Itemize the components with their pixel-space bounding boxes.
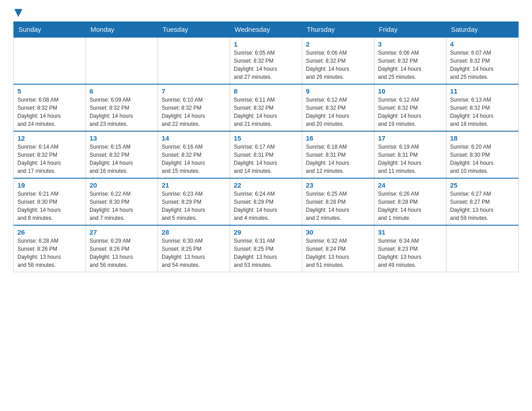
day-info: Sunrise: 6:19 AM Sunset: 8:31 PM Dayligh… xyxy=(378,143,442,175)
day-number: 10 xyxy=(378,87,442,95)
day-info: Sunrise: 6:29 AM Sunset: 8:26 PM Dayligh… xyxy=(90,237,154,269)
day-info: Sunrise: 6:30 AM Sunset: 8:25 PM Dayligh… xyxy=(162,237,226,269)
calendar-header-monday: Monday xyxy=(86,22,158,38)
calendar-cell: 1Sunrise: 6:05 AM Sunset: 8:32 PM Daylig… xyxy=(230,37,302,84)
day-info: Sunrise: 6:32 AM Sunset: 8:24 PM Dayligh… xyxy=(306,237,370,269)
day-info: Sunrise: 6:16 AM Sunset: 8:32 PM Dayligh… xyxy=(162,143,226,175)
day-number: 25 xyxy=(450,181,515,189)
day-number: 21 xyxy=(162,181,226,189)
calendar-cell: 13Sunrise: 6:15 AM Sunset: 8:32 PM Dayli… xyxy=(86,131,158,178)
day-number: 11 xyxy=(450,87,515,95)
calendar-cell: 28Sunrise: 6:30 AM Sunset: 8:25 PM Dayli… xyxy=(158,225,230,272)
day-number: 31 xyxy=(378,228,442,236)
day-info: Sunrise: 6:15 AM Sunset: 8:32 PM Dayligh… xyxy=(90,143,154,175)
calendar-header-friday: Friday xyxy=(374,22,446,38)
day-number: 1 xyxy=(234,40,298,48)
calendar-week-1: 1Sunrise: 6:05 AM Sunset: 8:32 PM Daylig… xyxy=(14,37,519,84)
day-info: Sunrise: 6:34 AM Sunset: 8:23 PM Dayligh… xyxy=(378,237,442,269)
day-number: 3 xyxy=(378,40,442,48)
day-number: 12 xyxy=(17,134,82,142)
calendar-cell xyxy=(158,37,230,84)
calendar-cell xyxy=(446,225,519,272)
calendar-header-saturday: Saturday xyxy=(446,22,519,38)
day-number: 14 xyxy=(162,134,226,142)
calendar-cell: 17Sunrise: 6:19 AM Sunset: 8:31 PM Dayli… xyxy=(374,131,446,178)
day-number: 13 xyxy=(90,134,154,142)
calendar-week-4: 19Sunrise: 6:21 AM Sunset: 8:30 PM Dayli… xyxy=(14,178,519,225)
day-info: Sunrise: 6:20 AM Sunset: 8:30 PM Dayligh… xyxy=(450,143,515,175)
day-number: 23 xyxy=(306,181,370,189)
day-number: 30 xyxy=(306,228,370,236)
day-number: 4 xyxy=(450,40,515,48)
day-info: Sunrise: 6:27 AM Sunset: 8:27 PM Dayligh… xyxy=(450,190,515,222)
day-number: 26 xyxy=(17,228,82,236)
day-info: Sunrise: 6:05 AM Sunset: 8:32 PM Dayligh… xyxy=(234,49,298,81)
day-info: Sunrise: 6:08 AM Sunset: 8:32 PM Dayligh… xyxy=(17,96,82,128)
calendar-header-thursday: Thursday xyxy=(302,22,374,38)
day-info: Sunrise: 6:24 AM Sunset: 8:29 PM Dayligh… xyxy=(234,190,298,222)
day-info: Sunrise: 6:11 AM Sunset: 8:32 PM Dayligh… xyxy=(234,96,298,128)
calendar-cell: 6Sunrise: 6:09 AM Sunset: 8:32 PM Daylig… xyxy=(86,84,158,131)
calendar-cell: 5Sunrise: 6:08 AM Sunset: 8:32 PM Daylig… xyxy=(14,84,86,131)
day-info: Sunrise: 6:25 AM Sunset: 8:28 PM Dayligh… xyxy=(306,190,370,222)
calendar-cell: 18Sunrise: 6:20 AM Sunset: 8:30 PM Dayli… xyxy=(446,131,519,178)
calendar-cell: 11Sunrise: 6:13 AM Sunset: 8:32 PM Dayli… xyxy=(446,84,519,131)
calendar-week-2: 5Sunrise: 6:08 AM Sunset: 8:32 PM Daylig… xyxy=(14,84,519,131)
calendar-cell: 9Sunrise: 6:12 AM Sunset: 8:32 PM Daylig… xyxy=(302,84,374,131)
calendar-cell: 21Sunrise: 6:23 AM Sunset: 8:29 PM Dayli… xyxy=(158,178,230,225)
day-info: Sunrise: 6:31 AM Sunset: 8:25 PM Dayligh… xyxy=(234,237,298,269)
day-info: Sunrise: 6:17 AM Sunset: 8:31 PM Dayligh… xyxy=(234,143,298,175)
calendar-cell xyxy=(14,37,86,84)
day-number: 27 xyxy=(90,228,154,236)
calendar-cell: 24Sunrise: 6:26 AM Sunset: 8:28 PM Dayli… xyxy=(374,178,446,225)
calendar-cell: 23Sunrise: 6:25 AM Sunset: 8:28 PM Dayli… xyxy=(302,178,374,225)
calendar-cell: 31Sunrise: 6:34 AM Sunset: 8:23 PM Dayli… xyxy=(374,225,446,272)
calendar-header-sunday: Sunday xyxy=(14,22,86,38)
calendar-cell: 16Sunrise: 6:18 AM Sunset: 8:31 PM Dayli… xyxy=(302,131,374,178)
calendar-cell: 22Sunrise: 6:24 AM Sunset: 8:29 PM Dayli… xyxy=(230,178,302,225)
day-info: Sunrise: 6:14 AM Sunset: 8:32 PM Dayligh… xyxy=(17,143,82,175)
calendar-cell: 4Sunrise: 6:07 AM Sunset: 8:32 PM Daylig… xyxy=(446,37,519,84)
calendar-cell: 30Sunrise: 6:32 AM Sunset: 8:24 PM Dayli… xyxy=(302,225,374,272)
day-info: Sunrise: 6:06 AM Sunset: 8:32 PM Dayligh… xyxy=(306,49,370,81)
day-number: 28 xyxy=(162,228,226,236)
calendar-cell: 2Sunrise: 6:06 AM Sunset: 8:32 PM Daylig… xyxy=(302,37,374,84)
calendar-cell: 27Sunrise: 6:29 AM Sunset: 8:26 PM Dayli… xyxy=(86,225,158,272)
day-info: Sunrise: 6:18 AM Sunset: 8:31 PM Dayligh… xyxy=(306,143,370,175)
calendar-cell: 26Sunrise: 6:28 AM Sunset: 8:26 PM Dayli… xyxy=(14,225,86,272)
calendar-header-wednesday: Wednesday xyxy=(230,22,302,38)
day-number: 2 xyxy=(306,40,370,48)
calendar-cell: 10Sunrise: 6:12 AM Sunset: 8:32 PM Dayli… xyxy=(374,84,446,131)
day-info: Sunrise: 6:10 AM Sunset: 8:32 PM Dayligh… xyxy=(162,96,226,128)
calendar-cell: 3Sunrise: 6:06 AM Sunset: 8:32 PM Daylig… xyxy=(374,37,446,84)
page-header xyxy=(13,9,519,17)
day-number: 8 xyxy=(234,87,298,95)
calendar-cell: 20Sunrise: 6:22 AM Sunset: 8:30 PM Dayli… xyxy=(86,178,158,225)
day-number: 16 xyxy=(306,134,370,142)
day-info: Sunrise: 6:13 AM Sunset: 8:32 PM Dayligh… xyxy=(450,96,515,128)
calendar-table: SundayMondayTuesdayWednesdayThursdayFrid… xyxy=(13,21,519,272)
calendar-week-3: 12Sunrise: 6:14 AM Sunset: 8:32 PM Dayli… xyxy=(14,131,519,178)
day-info: Sunrise: 6:23 AM Sunset: 8:29 PM Dayligh… xyxy=(162,190,226,222)
day-number: 6 xyxy=(90,87,154,95)
day-number: 18 xyxy=(450,134,515,142)
day-number: 5 xyxy=(17,87,82,95)
calendar-cell: 14Sunrise: 6:16 AM Sunset: 8:32 PM Dayli… xyxy=(158,131,230,178)
calendar-cell: 29Sunrise: 6:31 AM Sunset: 8:25 PM Dayli… xyxy=(230,225,302,272)
calendar-week-5: 26Sunrise: 6:28 AM Sunset: 8:26 PM Dayli… xyxy=(14,225,519,272)
day-info: Sunrise: 6:12 AM Sunset: 8:32 PM Dayligh… xyxy=(306,96,370,128)
calendar-header-row: SundayMondayTuesdayWednesdayThursdayFrid… xyxy=(14,22,519,38)
day-info: Sunrise: 6:26 AM Sunset: 8:28 PM Dayligh… xyxy=(378,190,442,222)
calendar-cell: 15Sunrise: 6:17 AM Sunset: 8:31 PM Dayli… xyxy=(230,131,302,178)
day-info: Sunrise: 6:21 AM Sunset: 8:30 PM Dayligh… xyxy=(17,190,82,222)
day-info: Sunrise: 6:07 AM Sunset: 8:32 PM Dayligh… xyxy=(450,49,515,81)
svg-marker-0 xyxy=(14,9,22,17)
calendar-cell: 25Sunrise: 6:27 AM Sunset: 8:27 PM Dayli… xyxy=(446,178,519,225)
logo-triangle-icon xyxy=(14,9,22,17)
calendar-cell: 12Sunrise: 6:14 AM Sunset: 8:32 PM Dayli… xyxy=(14,131,86,178)
day-info: Sunrise: 6:06 AM Sunset: 8:32 PM Dayligh… xyxy=(378,49,442,81)
day-number: 22 xyxy=(234,181,298,189)
day-info: Sunrise: 6:12 AM Sunset: 8:32 PM Dayligh… xyxy=(378,96,442,128)
day-number: 20 xyxy=(90,181,154,189)
day-number: 15 xyxy=(234,134,298,142)
